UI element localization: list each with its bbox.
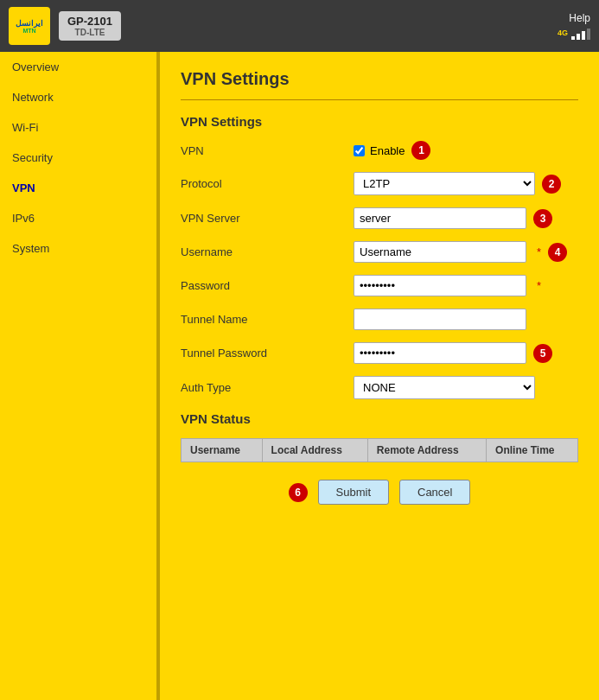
signal-bars bbox=[571, 26, 590, 40]
username-label: Username bbox=[181, 245, 354, 258]
sidebar-item-wifi[interactable]: Wi-Fi bbox=[0, 112, 156, 143]
submit-button[interactable]: Submit bbox=[318, 480, 389, 505]
badge-6: 6 bbox=[289, 483, 308, 502]
vpn-server-row: VPN Server 3 bbox=[181, 207, 578, 229]
badge-2: 2 bbox=[542, 175, 561, 194]
col-username: Username bbox=[182, 439, 263, 462]
sidebar-item-network[interactable]: Network bbox=[0, 82, 156, 112]
header-left: ایرانسل MTN GP-2101 TD-LTE bbox=[9, 7, 121, 45]
sidebar-label-wifi: Wi-Fi bbox=[12, 121, 38, 134]
sidebar-item-overview[interactable]: Overview bbox=[0, 52, 156, 82]
sidebar-item-ipv6[interactable]: IPv6 bbox=[0, 203, 156, 233]
password-required: * bbox=[537, 279, 541, 292]
password-row: Password * bbox=[181, 275, 578, 296]
status-table: Username Local Address Remote Address On… bbox=[181, 438, 578, 462]
sidebar-item-security[interactable]: Security bbox=[0, 143, 156, 173]
sidebar: Overview Network Wi-Fi Security VPN IPv6… bbox=[0, 52, 160, 700]
tunnel-name-row: Tunnel Name bbox=[181, 309, 578, 330]
password-label: Password bbox=[181, 279, 354, 292]
col-local-address: Local Address bbox=[262, 439, 367, 462]
vpn-label: VPN bbox=[181, 144, 354, 157]
title-divider bbox=[181, 99, 578, 100]
tunnel-name-input[interactable] bbox=[354, 309, 526, 330]
badge-1: 1 bbox=[411, 141, 430, 160]
vpn-enable-row: VPN Enable 1 bbox=[181, 141, 578, 160]
device-model: GP-2101 bbox=[67, 15, 112, 28]
header: ایرانسل MTN GP-2101 TD-LTE Help 4G bbox=[0, 0, 599, 52]
col-online-time: Online Time bbox=[487, 439, 578, 462]
tunnel-password-input[interactable] bbox=[354, 342, 526, 364]
username-row: Username * 4 bbox=[181, 241, 578, 263]
protocol-row: Protocol L2TP PPTP OpenVPN 2 bbox=[181, 172, 578, 195]
col-remote-address: Remote Address bbox=[367, 439, 486, 462]
device-type: TD-LTE bbox=[67, 28, 112, 37]
vpn-checkbox-row: Enable bbox=[354, 144, 405, 157]
badge-3: 3 bbox=[533, 209, 552, 228]
main-content: VPN Settings VPN Settings VPN Enable 1 P… bbox=[160, 52, 599, 700]
help-label: Help bbox=[569, 12, 590, 24]
layout: Overview Network Wi-Fi Security VPN IPv6… bbox=[0, 52, 599, 700]
logo-text: ایرانسل bbox=[16, 19, 43, 28]
logo-brand: MTN bbox=[22, 28, 35, 34]
vpn-status-section: VPN Status Username Local Address Remote… bbox=[181, 411, 578, 462]
sidebar-label-overview: Overview bbox=[12, 60, 59, 73]
signal-row: 4G bbox=[558, 26, 590, 40]
header-right: Help 4G bbox=[558, 12, 590, 40]
section-title: VPN Settings bbox=[181, 114, 578, 129]
logo-mtn: ایرانسل MTN bbox=[9, 7, 50, 45]
sidebar-label-vpn: VPN bbox=[12, 181, 35, 194]
signal-bar-4 bbox=[587, 29, 590, 40]
signal-bar-2 bbox=[577, 34, 580, 40]
password-field: * bbox=[354, 275, 578, 296]
vpn-enable-checkbox[interactable] bbox=[354, 145, 365, 156]
button-row: 6 Submit Cancel bbox=[181, 480, 578, 505]
vpn-server-field: 3 bbox=[354, 207, 578, 229]
lte-badge: 4G bbox=[558, 29, 568, 37]
vpn-enable-label: Enable bbox=[370, 144, 405, 157]
badge-5: 5 bbox=[533, 344, 552, 363]
page-title: VPN Settings bbox=[181, 69, 578, 89]
vpn-server-input[interactable] bbox=[354, 207, 526, 229]
password-input[interactable] bbox=[354, 275, 526, 296]
protocol-label: Protocol bbox=[181, 177, 354, 190]
cancel-button[interactable]: Cancel bbox=[399, 480, 470, 505]
vpn-enable-field: Enable 1 bbox=[354, 141, 578, 160]
sidebar-item-system[interactable]: System bbox=[0, 233, 156, 264]
protocol-select[interactable]: L2TP PPTP OpenVPN bbox=[354, 172, 535, 195]
sidebar-label-network: Network bbox=[12, 91, 54, 104]
username-required: * bbox=[537, 245, 541, 258]
sidebar-label-ipv6: IPv6 bbox=[12, 212, 35, 225]
sidebar-item-vpn[interactable]: VPN bbox=[0, 173, 156, 203]
sidebar-label-security: Security bbox=[12, 151, 53, 164]
device-box: GP-2101 TD-LTE bbox=[59, 11, 121, 41]
protocol-field: L2TP PPTP OpenVPN 2 bbox=[354, 172, 578, 195]
badge-4: 4 bbox=[548, 243, 567, 262]
auth-type-select[interactable]: NONE PAP CHAP MS-CHAP MS-CHAPv2 bbox=[354, 376, 535, 399]
auth-type-field: NONE PAP CHAP MS-CHAP MS-CHAPv2 bbox=[354, 376, 578, 399]
signal-bar-1 bbox=[571, 36, 575, 40]
tunnel-name-field bbox=[354, 309, 578, 330]
tunnel-name-label: Tunnel Name bbox=[181, 313, 354, 326]
tunnel-password-row: Tunnel Password 5 bbox=[181, 342, 578, 364]
username-input[interactable] bbox=[354, 241, 526, 263]
status-title: VPN Status bbox=[181, 411, 578, 426]
signal-bar-3 bbox=[582, 31, 585, 40]
tunnel-password-label: Tunnel Password bbox=[181, 347, 354, 360]
username-field: * 4 bbox=[354, 241, 578, 263]
tunnel-password-field: 5 bbox=[354, 342, 578, 364]
vpn-server-label: VPN Server bbox=[181, 212, 354, 225]
auth-type-row: Auth Type NONE PAP CHAP MS-CHAP MS-CHAPv… bbox=[181, 376, 578, 399]
auth-type-label: Auth Type bbox=[181, 381, 354, 394]
sidebar-label-system: System bbox=[12, 242, 49, 255]
